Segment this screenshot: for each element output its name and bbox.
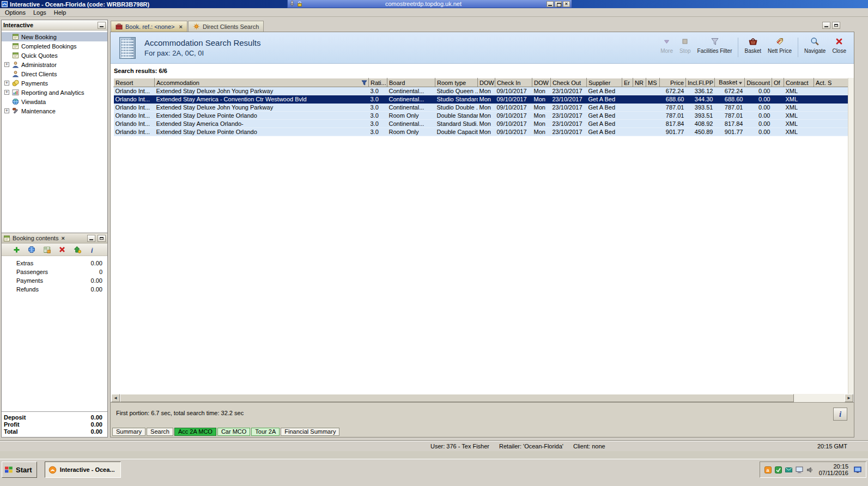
nett-price-button[interactable]: Nett Price [764,36,795,54]
column-header-discount[interactable]: Discount [745,78,772,87]
tray-display-icon[interactable] [796,466,803,473]
booking-total-value: 0.00 [91,421,102,428]
svg-text:i: i [91,246,93,253]
bottom-tab-car-mco[interactable]: Car MCO [217,428,250,436]
close-tab-icon[interactable]: × [179,23,183,30]
vertical-scrollbar[interactable] [848,78,854,394]
column-header-incl-fl-pp[interactable]: Incl.Fl.PP [686,78,715,87]
toolbar-separator [798,38,798,57]
sidebar-item-quick-quotes[interactable]: Quick Quotes [2,51,107,60]
expander-icon[interactable]: + [4,108,9,113]
menu-item-help[interactable]: Help [50,9,70,16]
tray-app2-icon[interactable] [775,466,782,473]
editor-tab-book-ref-none[interactable]: Book. ref.: <none>× [111,21,187,32]
column-header-check-out[interactable]: Check Out [551,78,587,87]
menu-item-options[interactable]: Options [1,9,29,16]
basket-button[interactable]: Basket [741,36,764,54]
filter-funnel-icon[interactable] [361,80,367,87]
column-header-board[interactable]: Board [387,78,435,87]
bottom-tab-acc-2a-mco[interactable]: Acc 2A MCO [174,428,216,436]
toolbar-button-label: Close [832,48,846,54]
close-button[interactable]: Close [829,36,849,54]
booking-row-extras[interactable]: Extras0.00 [2,259,107,268]
booking-row-refunds[interactable]: Refunds0.00 [2,285,107,294]
scrollbar-track[interactable] [120,394,845,402]
column-header-check-in[interactable]: Check In [495,78,532,87]
column-header-supplier[interactable]: Supplier [587,78,622,87]
sidebar-item-administrator[interactable]: +Administrator [2,60,107,69]
close-view-icon[interactable]: × [61,235,64,241]
sidebar-item-direct-clients[interactable]: Direct Clients [2,69,107,78]
column-header-dow[interactable]: DOW [478,78,495,87]
result-row-5[interactable]: Orlando Int...Extended Stay America Orla… [114,120,854,128]
column-header-resort[interactable]: Resort [114,78,155,87]
column-header-dow[interactable]: DOW [532,78,551,87]
tray-mail-icon[interactable] [785,466,792,473]
rdp-close-button[interactable]: × [563,1,570,7]
result-row-2[interactable]: Orlando Int...Extended Stay America - Co… [114,95,854,104]
availability-button[interactable] [27,245,37,254]
minimize-view-button[interactable] [98,22,106,29]
editor-tab-direct-clients-search[interactable]: Direct Clients Search [188,21,264,32]
column-header-room-type[interactable]: Room type [435,78,478,87]
result-row-4[interactable]: Orlando Int...Extended Stay Deluxe Point… [114,112,854,120]
sidebar-item-label: Quick Quotes [21,52,58,59]
pin-icon[interactable] [289,1,295,7]
menu-item-logs[interactable]: Logs [29,9,50,16]
sidebar-item-viewdata[interactable]: Viewdata [2,97,107,106]
sidebar-item-payments[interactable]: +Payments [2,78,107,88]
bottom-tab-tour-2a[interactable]: Tour 2A [251,428,280,436]
sidebar-item-maintenance[interactable]: +Maintenance [2,106,107,116]
rdp-minimize-button[interactable] [547,1,554,7]
result-row-6[interactable]: Orlando Int...Extended Stay Deluxe Point… [114,128,854,136]
scroll-right-button[interactable]: ► [845,394,853,402]
bottom-tab-search[interactable]: Search [147,428,173,436]
promote-item-button[interactable] [72,245,82,254]
minimize-editor-button[interactable] [822,22,830,29]
column-header-rati[interactable]: Rati... [369,78,387,87]
facilities-filter-button[interactable]: Facilities Filter [694,36,736,54]
taskbar-app-button[interactable]: Interactive - Ocea... [45,461,121,478]
sidebar-item-completed-bookings[interactable]: Completed Bookings [2,41,107,51]
column-header-price[interactable]: Price [660,78,686,87]
sidebar-item-label: Completed Bookings [21,43,77,50]
maximize-booking-view-button[interactable] [98,235,106,242]
bottom-tab-summary[interactable]: Summary [112,428,145,436]
bottom-tab-financial-summary[interactable]: Financial Summary [281,428,339,436]
column-header-of[interactable]: Of [772,78,784,87]
expander-icon[interactable]: + [4,81,9,86]
booking-row-payments[interactable]: Payments0.00 [2,276,107,285]
result-row-1[interactable]: Orlando Int...Extended Stay Deluxe John … [114,87,854,95]
info-button[interactable]: i [833,408,847,421]
navigate-button[interactable]: Navigate [801,36,829,54]
network-icon[interactable] [854,466,861,473]
column-header-label: Incl.Fl.PP [688,80,713,86]
add-item-button[interactable] [11,245,21,254]
sidebar-item-new-booking[interactable]: New Booking [2,32,107,41]
booking-row-passengers[interactable]: Passengers0 [2,268,107,276]
tray-app1-icon[interactable]: a [764,466,772,473]
delete-item-button[interactable] [57,245,67,254]
start-button[interactable]: Start [2,461,37,478]
info-button[interactable]: i [88,245,98,254]
column-header-basket[interactable]: Basket [715,78,745,87]
rdp-restore-button[interactable] [555,1,562,7]
views-button[interactable] [42,245,52,254]
minimize-booking-view-button[interactable] [87,235,95,242]
results-header: Accommodation Search Results For pax: 2A… [111,32,854,64]
column-header-nr[interactable]: NR [633,78,646,87]
scroll-left-button[interactable]: ◄ [111,394,120,402]
scrollbar-thumb[interactable] [120,394,794,402]
results-toolbar: MoreStopFacilities FilterBasketNett Pric… [657,36,849,57]
sidebar-item-reporting-and-analytics[interactable]: +Reporting and Analytics [2,88,107,97]
expander-icon[interactable]: + [4,90,9,95]
column-header-ms[interactable]: MS [646,78,660,87]
app-body: Interactive New BookingCompleted Booking… [0,17,868,440]
column-header-er[interactable]: Er [622,78,633,87]
column-header-contract[interactable]: Contract [784,78,814,87]
result-row-3[interactable]: Orlando Int...Extended Stay Deluxe John … [114,104,854,112]
expander-icon[interactable]: + [4,62,9,67]
maximize-editor-button[interactable] [832,22,840,29]
column-header-accommodation[interactable]: Accommodation [155,78,369,87]
tray-volume-icon[interactable] [806,466,814,473]
